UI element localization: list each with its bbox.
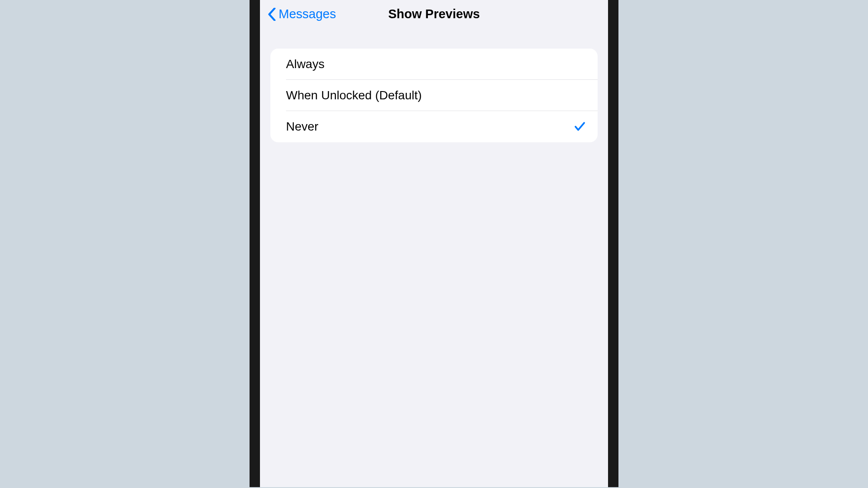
nav-bar: Messages Show Previews [260, 0, 608, 29]
option-label: When Unlocked (Default) [286, 88, 422, 102]
option-always[interactable]: Always [270, 49, 598, 80]
option-label: Always [286, 57, 325, 71]
device-frame: Messages Show Previews Always When Un [250, 0, 618, 487]
checkmark-icon [573, 120, 586, 133]
option-never[interactable]: Never [270, 111, 598, 142]
back-button[interactable]: Messages [268, 7, 336, 21]
chevron-left-icon [268, 8, 276, 21]
content-area: Always When Unlocked (Default) [260, 29, 608, 142]
screen: Messages Show Previews Always When Un [260, 0, 608, 487]
option-when-unlocked[interactable]: When Unlocked (Default) [270, 80, 598, 111]
options-group: Always When Unlocked (Default) [270, 49, 598, 142]
option-label: Never [286, 120, 319, 134]
back-label: Messages [279, 7, 336, 21]
